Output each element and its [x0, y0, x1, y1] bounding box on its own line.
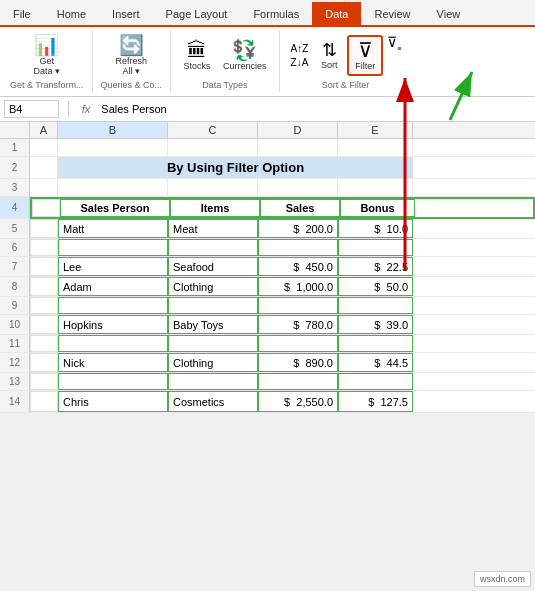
ribbon-group-data-types: 🏛 Stocks 💱 Currencies Data Types: [175, 31, 280, 92]
col-header-c: C: [168, 122, 258, 138]
tab-data[interactable]: Data: [312, 2, 361, 27]
col-header-b: B: [58, 122, 168, 138]
formula-input[interactable]: [96, 100, 531, 118]
spreadsheet: A B C D E 1 2 3 4 5 6 7 8 9 10 11 12 13: [0, 122, 535, 413]
sort-za-button[interactable]: Z↓A: [288, 56, 312, 69]
sort-filter-label: Sort & Filter: [322, 80, 370, 90]
fx-label: fx: [80, 103, 93, 115]
filter-icon: ⊽: [358, 40, 373, 60]
table-header-row: Sales Person Items Sales Bonus: [30, 197, 535, 219]
refresh-icon: 🔄: [119, 35, 144, 55]
table-row: Nick Clothing $ 890.0 $ 44.5: [30, 353, 535, 373]
sort-az-button[interactable]: A↑Z: [288, 42, 312, 55]
col-header-e: E: [338, 122, 413, 138]
queries-label: Queries & Co...: [101, 80, 163, 90]
advanced-filter-icon: ⊽≡: [387, 34, 401, 52]
table-row: [30, 335, 535, 353]
table-row: Matt Meat $ 200.0 $ 10.0: [30, 219, 535, 239]
table-row: Lee Seafood $ 450.0 $ 22.5: [30, 257, 535, 277]
ribbon-group-get-transform: 📊 GetData ▾ Get & Transform...: [6, 31, 93, 92]
col-header-a: A: [30, 122, 58, 138]
tab-home[interactable]: Home: [44, 2, 99, 25]
ribbon-group-sort-filter: A↑Z Z↓A ⇅ Sort ⊽ Filter: [284, 31, 412, 92]
sort-za-icon: Z↓A: [291, 57, 309, 68]
get-data-button[interactable]: 📊 GetData ▾: [29, 33, 65, 78]
filter-button[interactable]: ⊽ Filter: [347, 35, 383, 76]
get-data-icon: 📊: [34, 35, 59, 55]
header-sales-person: Sales Person: [60, 199, 170, 217]
tab-view[interactable]: View: [424, 2, 474, 25]
stocks-icon: 🏛: [187, 40, 207, 60]
tab-bar: File Home Insert Page Layout Formulas Da…: [0, 0, 535, 27]
stocks-button[interactable]: 🏛 Stocks: [179, 38, 215, 73]
tab-formulas[interactable]: Formulas: [240, 2, 312, 25]
spreadsheet-body: 1 2 3 4 5 6 7 8 9 10 11 12 13 14: [0, 139, 535, 413]
title-cell: By Using Filter Option: [58, 157, 413, 178]
grid: By Using Filter Option Sales Person Item…: [30, 139, 535, 413]
currencies-icon: 💱: [232, 40, 257, 60]
currencies-button[interactable]: 💱 Currencies: [219, 38, 271, 73]
header-bonus: Bonus: [340, 199, 415, 217]
watermark: wsxdn.com: [474, 571, 531, 587]
ribbon-group-queries: 🔄 RefreshAll ▾ Queries & Co...: [97, 31, 172, 92]
table-row: [30, 179, 535, 197]
tab-review[interactable]: Review: [361, 2, 423, 25]
header-items: Items: [170, 199, 260, 217]
data-types-label: Data Types: [202, 80, 247, 90]
table-row: Chris Cosmetics $ 2,550.0 $ 127.5: [30, 391, 535, 413]
main-container: File Home Insert Page Layout Formulas Da…: [0, 0, 535, 591]
tab-file[interactable]: File: [0, 2, 44, 25]
sort-button[interactable]: ⇅ Sort: [313, 39, 345, 72]
table-row: [30, 373, 535, 391]
refresh-all-button[interactable]: 🔄 RefreshAll ▾: [112, 33, 152, 78]
header-sales: Sales: [260, 199, 340, 217]
col-header-d: D: [258, 122, 338, 138]
table-row: [30, 297, 535, 315]
table-row: [30, 139, 535, 157]
advanced-filter-button[interactable]: ⊽≡: [385, 33, 403, 53]
ribbon: 📊 GetData ▾ Get & Transform... 🔄 Refresh…: [0, 27, 535, 97]
get-transform-label: Get & Transform...: [10, 80, 84, 90]
sort-az-icon: A↑Z: [291, 43, 309, 54]
tab-pagelayout[interactable]: Page Layout: [153, 2, 241, 25]
sort-icon: ⇅: [322, 41, 337, 59]
table-row: By Using Filter Option: [30, 157, 535, 179]
cell-reference-input[interactable]: [4, 100, 59, 118]
formula-bar: │ fx: [0, 97, 535, 122]
row-numbers: 1 2 3 4 5 6 7 8 9 10 11 12 13 14: [0, 139, 30, 413]
table-row: Adam Clothing $ 1,000.0 $ 50.0: [30, 277, 535, 297]
tab-insert[interactable]: Insert: [99, 2, 153, 25]
column-headers: A B C D E: [0, 122, 535, 139]
table-row: Hopkins Baby Toys $ 780.0 $ 39.0: [30, 315, 535, 335]
table-row: [30, 239, 535, 257]
